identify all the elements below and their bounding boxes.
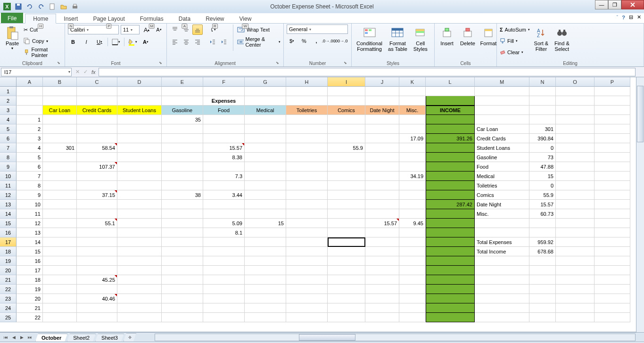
column-header-K[interactable]: K [399, 77, 426, 87]
cell-F25[interactable] [203, 313, 245, 322]
cell-L4[interactable] [426, 115, 475, 124]
cell-D18[interactable] [117, 247, 162, 256]
cell-I3[interactable]: Comics [328, 106, 365, 115]
cell-M7[interactable]: Student Loans [475, 143, 529, 153]
cell-L1[interactable] [426, 87, 475, 96]
cell-D12[interactable] [117, 190, 162, 200]
cell-M24[interactable] [475, 303, 529, 313]
font-dialog-launcher[interactable]: ⬊ [158, 61, 163, 65]
fill-color-button[interactable]: ▾ [127, 37, 138, 47]
cell-N6[interactable]: 390.84 [529, 134, 556, 143]
cell-C17[interactable] [77, 237, 117, 247]
cell-E18[interactable] [162, 247, 203, 256]
cell-A15[interactable]: 12 [17, 219, 43, 228]
cell-J25[interactable] [365, 313, 399, 322]
cell-G24[interactable] [245, 303, 286, 313]
underline-button[interactable]: U▾ [94, 37, 105, 47]
cell-B22[interactable] [43, 285, 77, 294]
cell-N14[interactable]: 60.73 [529, 209, 556, 219]
cell-J18[interactable] [365, 247, 399, 256]
cell-K11[interactable] [399, 181, 426, 190]
paste-button[interactable]: Paste▾ [3, 24, 22, 51]
align-top-button[interactable] [170, 24, 180, 35]
cell-O23[interactable] [556, 294, 594, 303]
cell-I19[interactable] [328, 256, 365, 266]
cell-H8[interactable] [286, 153, 328, 162]
cell-I2[interactable] [328, 96, 365, 106]
cell-N17[interactable]: 959.92 [529, 237, 556, 247]
column-header-M[interactable]: M [475, 77, 529, 87]
sheet-nav-last[interactable]: ⏭ [26, 334, 33, 341]
cell-F14[interactable] [203, 209, 245, 219]
cell-D13[interactable] [117, 200, 162, 209]
cell-I17[interactable] [328, 237, 365, 247]
italic-button[interactable]: I [81, 37, 91, 47]
cell-J21[interactable] [365, 275, 399, 285]
cell-D3[interactable]: Student Loans [117, 106, 162, 115]
row-header-10[interactable]: 10 [0, 172, 17, 181]
column-header-E[interactable]: E [162, 77, 203, 87]
cell-P11[interactable] [594, 181, 630, 190]
format-as-table-button[interactable]: Format as Table [386, 24, 409, 53]
cell-I23[interactable] [328, 294, 365, 303]
cell-G23[interactable] [245, 294, 286, 303]
cell-J6[interactable] [365, 134, 399, 143]
cell-D24[interactable] [117, 303, 162, 313]
cell-P2[interactable] [594, 96, 630, 106]
cell-F15[interactable]: 5.09 [203, 219, 245, 228]
qat-new[interactable] [47, 1, 58, 12]
cell-E1[interactable] [162, 87, 203, 96]
cell-M2[interactable] [475, 96, 529, 106]
tab-formulas[interactable]: FormulasM [132, 14, 171, 23]
conditional-formatting-button[interactable]: Conditional Formatting [355, 24, 384, 53]
window-close-icon[interactable]: ✕ [637, 14, 641, 20]
cell-G19[interactable] [245, 256, 286, 266]
align-right-button[interactable] [192, 37, 203, 47]
cell-F19[interactable] [203, 256, 245, 266]
cell-K4[interactable] [399, 115, 426, 124]
cell-B25[interactable] [43, 313, 77, 322]
increase-decimal-button[interactable]: .0→.00 [323, 36, 334, 46]
cell-G21[interactable] [245, 275, 286, 285]
cell-N12[interactable]: 55.9 [529, 190, 556, 200]
cell-D9[interactable] [117, 162, 162, 172]
cell-K14[interactable] [399, 209, 426, 219]
qat-save[interactable] [13, 1, 24, 12]
row-header-2[interactable]: 2 [0, 96, 17, 106]
cell-L21[interactable] [426, 275, 475, 285]
cell-D7[interactable] [117, 143, 162, 153]
cell-M13[interactable]: Date Night [475, 200, 529, 209]
cell-A2[interactable] [17, 96, 43, 106]
cell-B1[interactable] [43, 87, 77, 96]
cell-J8[interactable] [365, 153, 399, 162]
cell-K20[interactable] [399, 266, 426, 275]
cell-I9[interactable] [328, 162, 365, 172]
cell-M16[interactable] [475, 228, 529, 237]
cell-D21[interactable] [117, 275, 162, 285]
cell-J5[interactable] [365, 124, 399, 134]
row-header-16[interactable]: 16 [0, 228, 17, 237]
cell-G1[interactable] [245, 87, 286, 96]
cell-N22[interactable] [529, 285, 556, 294]
cell-A1[interactable] [17, 87, 43, 96]
row-header-3[interactable]: 3 [0, 106, 17, 115]
cell-I24[interactable] [328, 303, 365, 313]
cell-H16[interactable] [286, 228, 328, 237]
cell-O9[interactable] [556, 162, 594, 172]
cell-C23[interactable] [77, 294, 117, 303]
cell-I22[interactable] [328, 285, 365, 294]
cell-O18[interactable] [556, 247, 594, 256]
cell-A18[interactable]: 15 [17, 247, 43, 256]
cell-O21[interactable] [556, 275, 594, 285]
cell-J13[interactable] [365, 200, 399, 209]
cell-J4[interactable] [365, 115, 399, 124]
cell-P14[interactable] [594, 209, 630, 219]
cell-H7[interactable] [286, 143, 328, 153]
decrease-font-button[interactable]: A▾ [154, 24, 164, 35]
cell-F4[interactable] [203, 115, 245, 124]
tab-data[interactable]: DataA [171, 14, 198, 23]
cell-J22[interactable] [365, 285, 399, 294]
cell-C1[interactable] [77, 87, 117, 96]
cell-O15[interactable] [556, 219, 594, 228]
cell-G14[interactable] [245, 209, 286, 219]
